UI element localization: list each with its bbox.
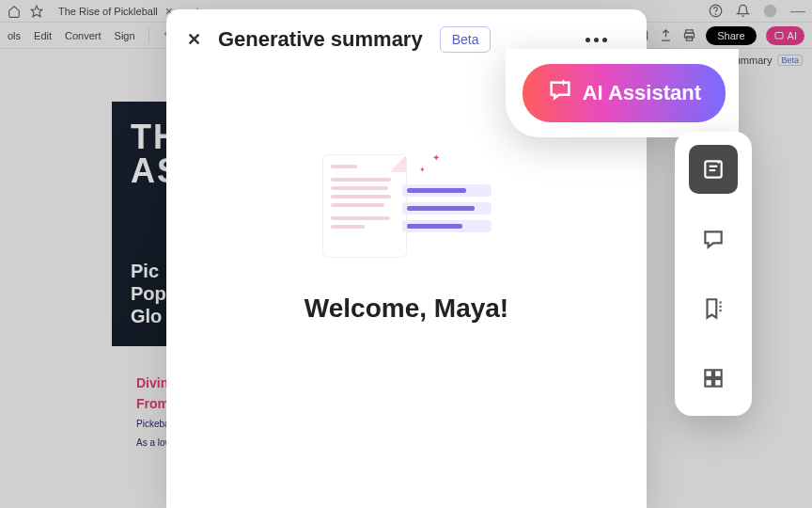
panel-title: Generative summary — [218, 27, 423, 52]
close-icon[interactable]: ✕ — [187, 29, 201, 50]
svg-rect-16 — [714, 370, 722, 377]
more-options-icon[interactable] — [586, 38, 626, 42]
svg-rect-17 — [705, 379, 712, 387]
ai-assistant-button[interactable]: AI Assistant — [523, 64, 726, 122]
svg-rect-15 — [705, 370, 712, 377]
chat-sparkle-icon — [547, 77, 573, 109]
rail-comment-icon[interactable] — [689, 214, 738, 263]
welcome-heading: Welcome, Maya! — [304, 294, 508, 324]
summary-illustration: ✦ ✦ — [322, 154, 492, 267]
ai-assistant-label: AI Assistant — [583, 81, 701, 105]
svg-rect-18 — [714, 379, 722, 387]
rail-grid-icon[interactable] — [689, 354, 738, 403]
rail-summary-icon[interactable] — [689, 145, 738, 194]
ai-assistant-launcher: AI Assistant — [506, 49, 739, 137]
rail-bookmark-icon[interactable] — [689, 284, 738, 333]
beta-badge: Beta — [440, 26, 492, 53]
side-tool-rail — [675, 132, 752, 416]
